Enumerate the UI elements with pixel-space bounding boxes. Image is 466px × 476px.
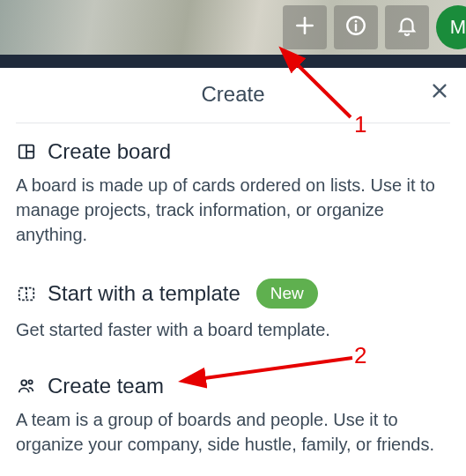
plus-icon xyxy=(293,14,316,41)
close-button[interactable] xyxy=(425,78,454,107)
svg-point-12 xyxy=(21,380,26,385)
popover-header: Create xyxy=(16,68,450,123)
header-strip xyxy=(0,55,466,68)
info-button[interactable] xyxy=(334,5,378,49)
option-title: Start with a template xyxy=(48,281,240,306)
notifications-button[interactable] xyxy=(385,5,429,49)
option-title: Create board xyxy=(48,139,171,164)
option-head: Start with a template New xyxy=(16,279,450,309)
option-head: Create board xyxy=(16,139,450,164)
option-create-board[interactable]: Create board A board is made up of cards… xyxy=(16,123,450,263)
team-icon xyxy=(16,376,37,397)
svg-point-4 xyxy=(355,20,358,23)
bell-icon xyxy=(396,14,418,41)
svg-point-13 xyxy=(28,380,32,383)
top-bar: M xyxy=(0,0,466,55)
avatar-initial: M xyxy=(450,16,466,39)
option-title: Create team xyxy=(48,374,164,398)
board-icon xyxy=(16,141,37,162)
popover-title: Create xyxy=(16,82,450,107)
avatar[interactable]: M xyxy=(436,5,466,49)
info-icon xyxy=(344,14,367,41)
option-desc: Get started faster with a board template… xyxy=(16,317,450,353)
add-button[interactable] xyxy=(283,5,327,49)
option-start-template[interactable]: Start with a template New Get started fa… xyxy=(16,263,450,358)
option-desc: A board is made up of cards ordered on l… xyxy=(16,173,450,257)
option-head: Create team xyxy=(16,374,450,398)
option-desc: A team is a group of boards and people. … xyxy=(16,407,450,467)
close-icon xyxy=(430,81,449,104)
create-popover: Create Create board A board is made up o… xyxy=(0,68,466,476)
new-badge: New xyxy=(256,279,318,309)
option-create-team[interactable]: Create team A team is a group of boards … xyxy=(16,358,450,472)
template-icon xyxy=(16,283,37,304)
